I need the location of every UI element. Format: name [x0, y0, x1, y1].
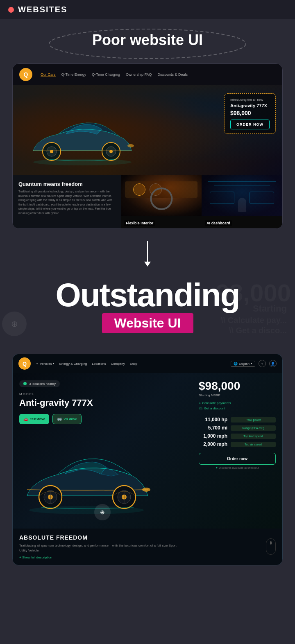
outstanding-bottom-inner: ABSOLUTE FREEDOM Trailblazing all-quantu… — [19, 534, 276, 559]
poor-ai-label-bar: AI dashboard — [202, 216, 282, 228]
poor-nav-link-energy[interactable]: Q-Time Energy — [61, 72, 86, 77]
outstanding-help-icon[interactable]: ? — [259, 360, 266, 367]
poor-ai-label: AI dashboard — [205, 220, 232, 226]
test-drive-button[interactable]: 🚗 Test drive — [19, 414, 49, 424]
outstanding-nav-energy[interactable]: Energy & Charging — [59, 362, 87, 366]
spec-row-power: 11,000 hp Peak power — [199, 417, 276, 423]
globe-icon: 🌐 — [234, 362, 238, 366]
poor-hero: Introducing the all new Anti-gravity 777… — [13, 85, 282, 175]
header-title: Websites — [18, 5, 67, 14]
outstanding-hero: 3 locations nearby MODEL Anti-gravity 77… — [13, 373, 282, 529]
outstanding-specs: 11,000 hp Peak power 5,700 mi Range (EPA… — [199, 417, 276, 447]
bg-deco-nav-circle: ⊕ — [2, 312, 27, 336]
outstanding-car-svg — [17, 443, 156, 516]
header-bar: Websites — [0, 0, 295, 19]
poor-price: $98,000 — [230, 110, 270, 116]
lang-chevron: ▾ — [251, 362, 252, 365]
poor-interior-image — [121, 175, 202, 216]
bg-deco-nav-arrows: ⊕ — [11, 319, 18, 329]
outstanding-logo: Q — [18, 357, 31, 370]
outstanding-hero-right: $98,000 Starting MSRP \\ Calculate payme… — [192, 373, 282, 529]
spec-row-range: 5,700 mi Range (EPA est.) — [199, 425, 276, 431]
outstanding-discount-link[interactable]: \\\\ Get a discount — [199, 407, 276, 410]
discount-star: ✦ — [216, 466, 219, 469]
ai-widget-2 — [250, 192, 274, 204]
spec-value-land-speed: 1,000 mph — [199, 433, 227, 439]
spec-value-power: 11,000 hp — [199, 417, 227, 423]
main-content: Poor website UI Q Our Cars Q-Time Energy… — [0, 19, 295, 594]
poor-text-panel: Quantum means freedom Trailblazing all-q… — [13, 175, 121, 228]
poor-bottom-panels: Quantum means freedom Trailblazing all-q… — [13, 175, 282, 228]
outstanding-show-more[interactable]: + Show full description — [19, 556, 259, 559]
outstanding-locations-badge: 3 locations nearby — [19, 380, 60, 387]
steering-wheel — [150, 188, 172, 210]
scroll-thumb — [270, 541, 272, 545]
spec-badge-power: Peak power — [231, 417, 276, 423]
outstanding-price-sub: Starting MSRP — [199, 393, 276, 397]
outstanding-desc-title: ABSOLUTE FREEDOM — [19, 534, 259, 541]
poor-section-title: Poor website UI — [92, 32, 203, 49]
outstanding-lang-selector[interactable]: 🌐 English ▾ — [231, 361, 255, 367]
outstanding-nav-locations[interactable]: Locations — [92, 362, 106, 366]
poor-nav-link-cars[interactable]: Our Cars — [41, 72, 56, 77]
outstanding-calc-link[interactable]: \\ Calculate payments — [199, 401, 276, 405]
spec-row-air-speed: 2,000 mph Top air speed — [199, 441, 276, 447]
outstanding-nav: Q \\Vehicles ▾ Energy & Charging Locatio… — [13, 354, 282, 373]
outstanding-hero-left: 3 locations nearby MODEL Anti-gravity 77… — [13, 373, 192, 529]
outstanding-model-label: MODEL — [19, 392, 186, 396]
poor-order-button[interactable]: ORDER NOW — [230, 120, 270, 129]
poor-interior-label-bar: Flexible Interior — [121, 216, 202, 228]
outstanding-order-button[interactable]: Order now — [199, 453, 276, 465]
poor-nav-link-charging[interactable]: Q-Time Charging — [92, 72, 120, 77]
outstanding-user-icon[interactable]: 👤 — [269, 360, 277, 367]
vr-drive-button[interactable]: 🥽 VR drive — [52, 414, 81, 424]
outstanding-nav-company[interactable]: Company — [111, 362, 125, 366]
outstanding-desc-text: Trailblazing all-quantum technology, des… — [19, 543, 183, 553]
poor-interior-label: Flexible Interior — [124, 220, 155, 226]
poor-intro-text: Introducing the all new — [230, 98, 270, 102]
poor-car-svg — [25, 114, 140, 167]
svg-point-4 — [50, 150, 53, 153]
outstanding-car-name: Anti-gravity 777X — [19, 398, 186, 408]
outstanding-description-area: ABSOLUTE FREEDOM Trailblazing all-quantu… — [19, 534, 259, 559]
spec-badge-air-speed: Top air speed — [231, 442, 276, 447]
outstanding-nav-shop[interactable]: Shop — [130, 362, 138, 366]
poor-nav-link-deals[interactable]: Discounts & Deals — [157, 72, 188, 77]
poor-nav-links: Our Cars Q-Time Energy Q-Time Charging O… — [41, 72, 276, 77]
spec-row-land-speed: 1,000 mph Top land speed — [199, 433, 276, 439]
outstanding-nav-vehicles[interactable]: \\Vehicles ▾ — [36, 362, 54, 366]
website-ui-badge: Website UI — [102, 313, 193, 333]
outstanding-price: $98,000 — [199, 380, 276, 393]
bg-deco-calc: \\ Calculate pay... — [221, 316, 287, 325]
arrow-section — [144, 237, 151, 279]
ai-line-2 — [214, 185, 270, 186]
svg-point-8 — [127, 144, 134, 147]
poor-car-illustration — [25, 114, 140, 167]
poor-nav-link-faq[interactable]: Ownership FAQ — [126, 72, 152, 77]
outstanding-section: 98,000 Starting \\ Calculate pay... \\ G… — [8, 279, 287, 333]
discount-backslash: \\\\ — [199, 407, 202, 410]
location-dot — [23, 382, 27, 385]
poor-car-name: Anti-gravity 777X — [230, 103, 270, 108]
poor-nav: Q Our Cars Q-Time Energy Q-Time Charging… — [13, 64, 282, 85]
outstanding-car-visual — [17, 443, 156, 516]
calc-backslash: \\ — [199, 401, 200, 405]
outstanding-title: Outstanding — [8, 279, 287, 312]
outstanding-action-buttons: 🚗 Test drive 🥽 VR drive — [19, 414, 186, 424]
spec-value-range: 5,700 mi — [199, 425, 227, 431]
poor-logo: Q — [19, 68, 32, 81]
svg-point-20 — [142, 488, 150, 492]
bg-deco-discount: \\ Get a disco... — [229, 326, 287, 335]
poor-ai-image — [202, 175, 282, 216]
outstanding-discount-note: ✦ Discounts available at checkout — [199, 466, 276, 470]
outstanding-nav-control[interactable]: ⊕ — [94, 504, 111, 520]
vehicles-chevron: ▾ — [53, 362, 54, 365]
poor-section-wrapper: Poor website UI — [8, 32, 287, 57]
poor-website-card: Q Our Cars Q-Time Energy Q-Time Charging… — [12, 63, 283, 229]
outstanding-nav-right: 🌐 English ▾ ? 👤 — [231, 360, 277, 367]
poor-panel-title: Quantum means freedom — [18, 181, 115, 187]
poor-interior-panel: Flexible Interior — [121, 175, 202, 228]
spec-value-air-speed: 2,000 mph — [199, 441, 227, 447]
arrow-shaft — [147, 241, 148, 262]
poor-price-box: Introducing the all new Anti-gravity 777… — [224, 93, 276, 134]
